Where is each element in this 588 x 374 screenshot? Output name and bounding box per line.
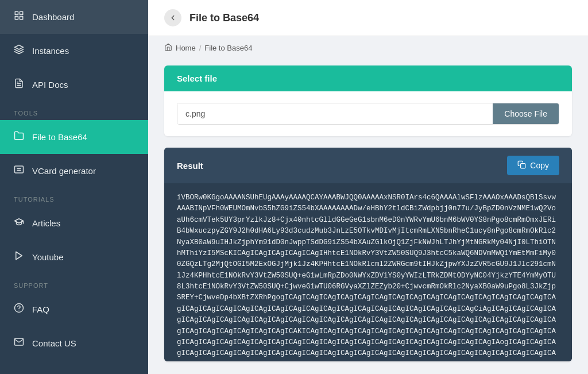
contact-icon (14, 337, 24, 350)
svg-rect-2 (15, 17, 18, 20)
page-title: File to Base64 (189, 12, 259, 24)
articles-icon (14, 217, 24, 230)
sidebar-item-api-docs[interactable]: API Docs (0, 68, 148, 102)
sidebar-instances-label: Instances (32, 46, 69, 56)
sidebar-contact-label: Contact US (32, 338, 76, 348)
svg-rect-0 (15, 11, 18, 14)
breadcrumb-current: File to Base64 (204, 44, 252, 52)
tools-section-label: TOOLS (0, 102, 148, 120)
choose-file-button[interactable]: Choose File (493, 103, 559, 124)
copy-button[interactable]: Copy (507, 156, 559, 175)
result-card: Result Copy iVBORw0KGgoAAAANSUhEUgAAAyAA… (164, 148, 572, 361)
svg-rect-3 (20, 17, 23, 20)
dashboard-icon (14, 10, 24, 24)
sidebar-api-docs-label: API Docs (32, 80, 68, 90)
api-docs-icon (14, 78, 24, 91)
vcard-icon (14, 164, 24, 178)
faq-icon (14, 303, 24, 316)
copy-label: Copy (530, 161, 549, 170)
sidebar-item-vcard-generator[interactable]: VCard generator (0, 154, 148, 188)
back-button[interactable] (164, 9, 181, 26)
sidebar-item-instances[interactable]: Instances (0, 34, 148, 68)
breadcrumb: Home / File to Base64 (148, 36, 588, 60)
svg-rect-13 (521, 164, 525, 168)
breadcrumb-home[interactable]: Home (176, 44, 196, 52)
sidebar-faq-label: FAQ (32, 304, 49, 314)
home-icon (164, 43, 172, 53)
sidebar: Dashboard Instances API Docs TOOLS File … (0, 0, 148, 374)
sidebar-item-file-to-base64[interactable]: File to Base64 (0, 120, 148, 154)
topbar: File to Base64 (148, 0, 588, 36)
instances-icon (14, 44, 24, 57)
main-content: File to Base64 Home / File to Base64 Sel… (148, 0, 588, 374)
sidebar-file-to-base64-label: File to Base64 (32, 132, 87, 142)
result-title: Result (177, 161, 203, 171)
svg-marker-4 (15, 45, 24, 50)
youtube-icon (14, 250, 24, 264)
file-name-display: c.png (177, 103, 493, 124)
tutorials-section-label: TUTORIALS (0, 188, 148, 206)
select-file-body: c.png Choose File (164, 91, 572, 136)
sidebar-item-contact-us[interactable]: Contact US (0, 326, 148, 360)
sidebar-item-articles[interactable]: Articles (0, 206, 148, 240)
sidebar-item-dashboard[interactable]: Dashboard (0, 0, 148, 34)
svg-rect-7 (15, 166, 24, 173)
file-input-row: c.png Choose File (177, 103, 559, 125)
result-header: Result Copy (164, 148, 572, 183)
select-file-header: Select file (164, 65, 572, 91)
sidebar-vcard-label: VCard generator (32, 166, 96, 176)
sidebar-dashboard-label: Dashboard (32, 12, 74, 22)
svg-marker-10 (16, 252, 22, 260)
select-file-card: Select file c.png Choose File (164, 65, 572, 136)
result-body: iVBORw0KGgoAAAANSUhEUgAAAyAAAAQCAYAAABWJ… (164, 183, 572, 361)
breadcrumb-separator: / (199, 44, 202, 52)
sidebar-item-faq[interactable]: FAQ (0, 292, 148, 326)
support-section-label: SUPPORT (0, 274, 148, 292)
sidebar-youtube-label: Youtube (32, 252, 64, 262)
copy-icon (517, 160, 526, 171)
svg-rect-1 (20, 11, 23, 14)
sidebar-item-youtube[interactable]: Youtube (0, 240, 148, 274)
sidebar-articles-label: Articles (32, 218, 60, 228)
file-to-base64-icon (14, 130, 24, 144)
